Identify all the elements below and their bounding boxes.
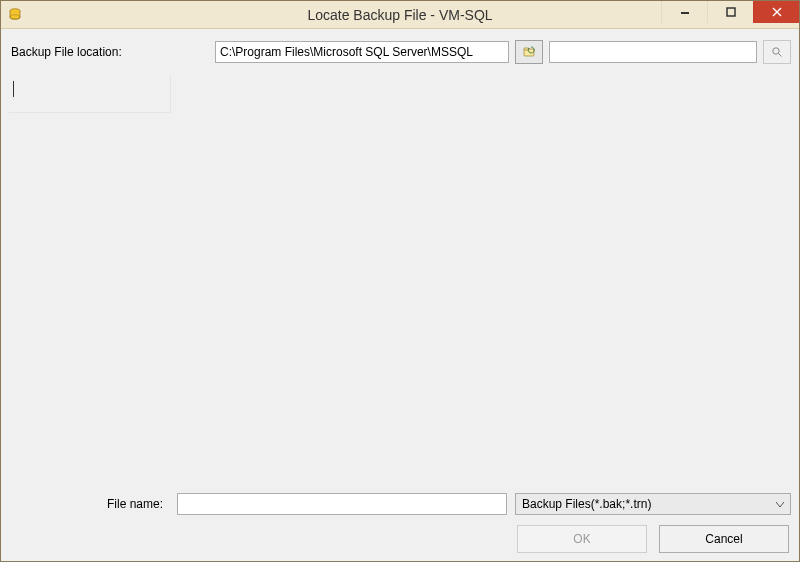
browse-folder-button[interactable] bbox=[515, 40, 543, 64]
location-label: Backup File location: bbox=[9, 45, 209, 59]
title-bar[interactable]: Locate Backup File - VM-SQL bbox=[1, 1, 799, 29]
ok-button-label: OK bbox=[573, 532, 590, 546]
bottom-panel: File name: Backup Files(*.bak;*.trn) OK … bbox=[9, 493, 791, 553]
close-icon bbox=[772, 7, 782, 17]
window-controls bbox=[661, 1, 799, 23]
svg-rect-2 bbox=[681, 12, 689, 14]
ok-button[interactable]: OK bbox=[517, 525, 647, 553]
svg-line-9 bbox=[779, 54, 782, 57]
minimize-button[interactable] bbox=[661, 1, 707, 23]
dialog-window: Locate Backup File - VM-SQL Bac bbox=[0, 0, 800, 562]
maximize-button[interactable] bbox=[707, 1, 753, 23]
folder-refresh-icon bbox=[523, 46, 535, 58]
close-button[interactable] bbox=[753, 1, 799, 23]
dialog-buttons-row: OK Cancel bbox=[9, 525, 791, 553]
client-area: Backup File location: bbox=[1, 29, 799, 561]
svg-rect-3 bbox=[727, 8, 735, 16]
maximize-icon bbox=[726, 7, 736, 17]
search-input[interactable] bbox=[549, 41, 757, 63]
file-type-select[interactable]: Backup Files(*.bak;*.trn) bbox=[515, 493, 791, 515]
tree-cursor bbox=[13, 81, 14, 97]
location-input[interactable] bbox=[215, 41, 509, 63]
folder-tree-pane[interactable] bbox=[9, 75, 171, 113]
chevron-down-icon bbox=[776, 497, 784, 511]
cancel-button-label: Cancel bbox=[705, 532, 742, 546]
app-icon bbox=[7, 7, 23, 23]
filename-input[interactable] bbox=[177, 493, 507, 515]
search-button[interactable] bbox=[763, 40, 791, 64]
cancel-button[interactable]: Cancel bbox=[659, 525, 789, 553]
search-icon bbox=[771, 46, 783, 58]
filename-label: File name: bbox=[9, 497, 169, 511]
minimize-icon bbox=[680, 7, 690, 17]
location-row: Backup File location: bbox=[9, 39, 791, 65]
file-type-selected: Backup Files(*.bak;*.trn) bbox=[522, 497, 651, 511]
svg-point-8 bbox=[773, 48, 779, 54]
filename-row: File name: Backup Files(*.bak;*.trn) bbox=[9, 493, 791, 515]
